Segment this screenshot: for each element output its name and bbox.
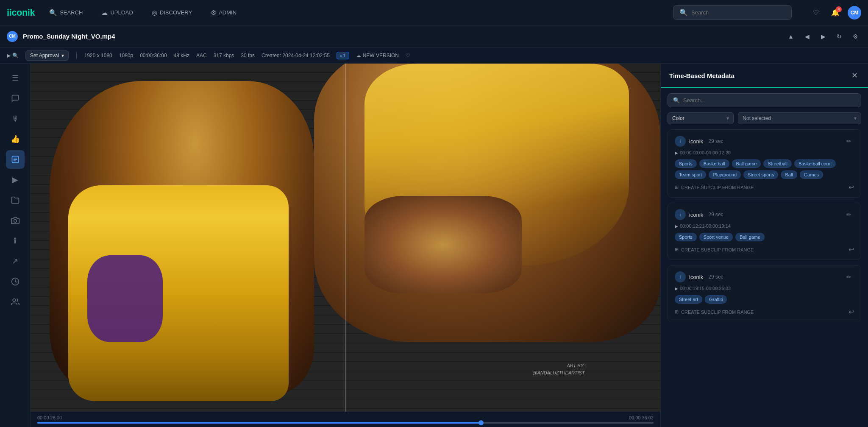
entry-2-avatar: i: [675, 209, 686, 220]
sidebar-item-team[interactable]: [6, 293, 25, 311]
subclip-icon-2: ⊞: [675, 247, 679, 252]
metadata-entry-2: i iconik 29 sec ✏ ▶ 00:00:12:21-00:00:19…: [668, 203, 861, 260]
panel-search-icon: 🔍: [673, 97, 680, 103]
tag-ball[interactable]: Ball: [781, 170, 797, 179]
reply-button-3[interactable]: ↩: [849, 308, 854, 316]
panel-close-button[interactable]: ✕: [849, 70, 860, 81]
entry-1-name: iconik: [689, 138, 703, 145]
tag-streetsports[interactable]: Street sports: [743, 170, 778, 179]
entry-1-tags: Sports Basketball Ball game Streetball B…: [675, 159, 854, 179]
tag-sports-1[interactable]: Sports: [675, 159, 697, 168]
approval-button[interactable]: Set Approval ▾: [25, 50, 69, 61]
sidebar-item-thumbsup[interactable]: 👍: [6, 130, 25, 148]
nav-upload[interactable]: ☁ UPLOAD: [97, 6, 137, 19]
nav-admin[interactable]: ⚙ ADMIN: [206, 6, 241, 19]
panel-search-input[interactable]: [683, 97, 856, 103]
asset-refresh[interactable]: ↻: [833, 31, 845, 42]
svg-point-4: [14, 220, 17, 223]
entry-3-range[interactable]: ▶ 00:00:19:15-00:00:26:03: [675, 286, 854, 291]
sidebar-item-voice[interactable]: 🎙: [6, 109, 25, 128]
reply-button-1[interactable]: ↩: [849, 183, 854, 191]
favorite-button[interactable]: ♡: [406, 53, 410, 59]
metadata-panel: Time-Based Metadata ✕ 🔍 Color ▾ Not sele…: [660, 64, 868, 427]
tag-graffiti[interactable]: Graffiti: [705, 295, 727, 304]
tag-ballgame-1[interactable]: Ball game: [732, 159, 761, 168]
nav-search[interactable]: 🔍 SEARCH: [45, 6, 87, 19]
global-search-box[interactable]: 🔍: [673, 5, 792, 20]
asset-header-controls: ▲ ◀ ▶ ↻ ⚙: [785, 31, 861, 42]
end-time: 00:00:36:02: [629, 415, 654, 420]
entry-1-range[interactable]: ▶ 00:00:00:00-00:00:12:20: [675, 150, 854, 155]
entry-1-user: i iconik 29 sec: [675, 136, 723, 147]
quality-label: 1080p: [119, 53, 133, 59]
tag-playground[interactable]: Playground: [709, 170, 741, 179]
scrubber-bar[interactable]: [37, 422, 654, 424]
panel-title: Time-Based Metadata: [669, 72, 734, 79]
nav-right-actions: ♡ 🔔 4 CM: [809, 6, 861, 20]
entry-2-range[interactable]: ▶ 00:00:12:21-00:00:19:14: [675, 223, 854, 229]
scrubber-thumb[interactable]: [479, 420, 484, 425]
entry-3-time: 29 sec: [708, 274, 723, 280]
entry-2-name: iconik: [689, 212, 703, 218]
asset-user-avatar: CM: [7, 31, 18, 42]
not-selected-label: Not selected: [743, 115, 771, 121]
asset-nav-prev[interactable]: ◀: [801, 31, 813, 42]
cloud-version-icon: ☁: [356, 53, 361, 59]
sidebar-item-list[interactable]: ☰: [6, 69, 25, 87]
video-preview-toggle[interactable]: ▶ 🔍: [7, 53, 19, 59]
asset-nav-up[interactable]: ▲: [785, 31, 797, 42]
video-player[interactable]: ART BY: @ANDALUZTHEARTIST: [31, 64, 660, 412]
sidebar-item-comments[interactable]: [6, 89, 25, 108]
not-selected-filter[interactable]: Not selected ▾: [738, 112, 861, 124]
tag-teamsport[interactable]: Team sport: [675, 170, 706, 179]
color-filter-select[interactable]: Color ▾: [668, 112, 734, 124]
entry-3-play-icon: ▶: [675, 286, 678, 291]
sidebar-item-folder[interactable]: [6, 191, 25, 209]
mural-scene: ART BY: @ANDALUZTHEARTIST: [31, 64, 660, 412]
favorites-button[interactable]: ♡: [809, 6, 823, 20]
tag-games[interactable]: Games: [800, 170, 823, 179]
sidebar-item-camera[interactable]: [6, 211, 25, 230]
entry-3-avatar: i: [675, 271, 686, 282]
entry-2-edit-button[interactable]: ✏: [844, 210, 854, 219]
sidebar-item-history[interactable]: [6, 272, 25, 291]
asset-toolbar: ▶ 🔍 Set Approval ▾ | 1920 x 1080 1080p 0…: [0, 47, 868, 64]
new-version-button[interactable]: ☁ NEW VERSION: [356, 53, 399, 59]
asset-nav-next[interactable]: ▶: [817, 31, 829, 42]
top-navigation: iiconik 🔍 SEARCH ☁ UPLOAD ◎ DISCOVERY ⚙ …: [0, 0, 868, 25]
entry-2-footer: ⊞ CREATE SUBCLIP FROM RANGE ↩: [675, 246, 854, 254]
entry-3-name: iconik: [689, 274, 703, 280]
tag-basketball-court[interactable]: Basketball court: [794, 159, 836, 168]
reply-button-2[interactable]: ↩: [849, 246, 854, 254]
tag-sports-2[interactable]: Sports: [675, 233, 697, 241]
approval-chevron: ▾: [61, 53, 64, 59]
entry-1-edit-button[interactable]: ✏: [844, 137, 854, 145]
panel-search-box[interactable]: 🔍: [668, 93, 861, 107]
entry-1-avatar: i: [675, 136, 686, 147]
sidebar-item-share[interactable]: ↗: [6, 252, 25, 271]
current-time: 00:00:26:00: [37, 415, 62, 420]
version-badge: v.1: [337, 52, 349, 59]
entry-2-time: 29 sec: [708, 212, 723, 218]
notifications-button[interactable]: 🔔 4: [828, 6, 843, 20]
asset-title: Promo_Sunday Night_VO.mp4: [23, 33, 115, 40]
tag-sportvenue[interactable]: Sport venue: [699, 233, 733, 241]
create-subclip-3[interactable]: ⊞ CREATE SUBCLIP FROM RANGE: [675, 308, 754, 315]
search-input[interactable]: [691, 9, 785, 16]
sidebar-item-transcript[interactable]: [6, 150, 25, 169]
discovery-icon: ◎: [152, 9, 157, 17]
time-labels: 00:00:26:00 00:00:36:02: [37, 415, 654, 420]
tag-basketball[interactable]: Basketball: [699, 159, 729, 168]
nav-discovery[interactable]: ◎ DISCOVERY: [147, 6, 196, 19]
asset-settings[interactable]: ⚙: [849, 31, 861, 42]
tag-streetball[interactable]: Streetball: [763, 159, 791, 168]
create-subclip-1[interactable]: ⊞ CREATE SUBCLIP FROM RANGE: [675, 184, 754, 191]
sidebar-item-play[interactable]: ▶: [6, 170, 25, 189]
tag-streetart[interactable]: Street art: [675, 295, 702, 304]
filter-row: Color ▾ Not selected ▾: [661, 112, 868, 129]
entry-3-edit-button[interactable]: ✏: [844, 273, 854, 281]
tag-ballgame-2[interactable]: Ball game: [735, 233, 765, 241]
create-subclip-2[interactable]: ⊞ CREATE SUBCLIP FROM RANGE: [675, 246, 754, 253]
sidebar-item-info[interactable]: ℹ: [6, 232, 25, 250]
user-avatar[interactable]: CM: [848, 6, 861, 20]
